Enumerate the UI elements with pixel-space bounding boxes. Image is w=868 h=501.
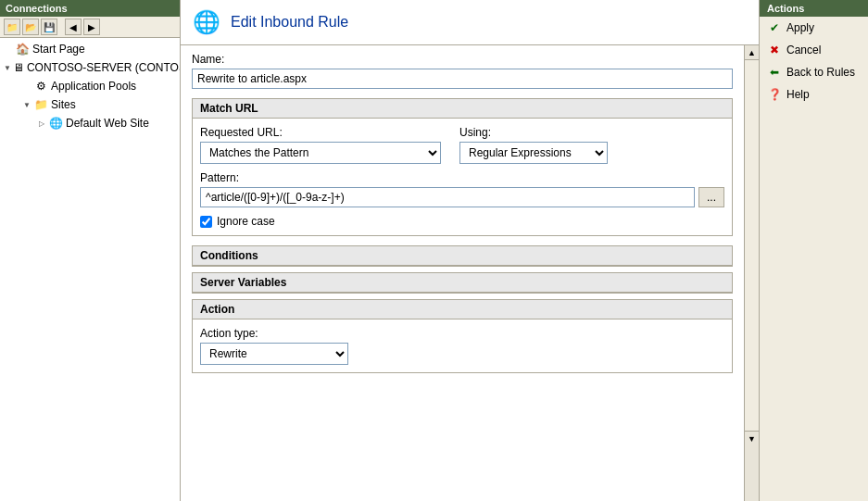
sidebar-header: Connections: [0, 0, 180, 17]
toolbar-btn-forward[interactable]: ▶: [83, 19, 100, 35]
name-label: Name:: [192, 53, 733, 66]
tree-item-contoso[interactable]: ▼ 🖥 CONTOSO-SERVER (CONTOS: [0, 58, 180, 77]
pattern-input[interactable]: [200, 187, 695, 207]
action-section: Action Action type: Rewrite Redirect Cus…: [192, 299, 733, 373]
tree-item-app-pools[interactable]: ⚙ Application Pools: [0, 77, 180, 95]
toolbar-btn-1[interactable]: 📁: [4, 19, 20, 35]
requested-url-col: Requested URL: Matches the Pattern: [200, 126, 441, 164]
cancel-label: Cancel: [786, 44, 821, 56]
page-title: Edit Inbound Rule: [231, 14, 348, 31]
match-url-title: Match URL: [193, 99, 732, 119]
ignore-case-label: Ignore case: [217, 215, 275, 228]
cancel-icon: ✖: [767, 43, 782, 57]
back-to-rules-label: Back to Rules: [786, 66, 855, 79]
conditions-title: Conditions: [193, 246, 732, 266]
scroll-down-btn[interactable]: ▼: [745, 431, 759, 445]
url-form-row: Requested URL: Matches the Pattern Using…: [200, 126, 724, 164]
tree-item-label: Start Page: [32, 43, 85, 56]
name-input[interactable]: [192, 69, 733, 89]
match-url-section: Match URL Requested URL: Matches the Pat…: [192, 98, 733, 236]
tree-arrow-contoso: ▼: [4, 63, 11, 72]
start-page-icon: 🏠: [15, 42, 30, 56]
sites-icon: 📁: [33, 97, 48, 112]
app-pools-icon: ⚙: [33, 79, 48, 94]
action-type-col: Action type: Rewrite Redirect Custom Res…: [200, 327, 724, 365]
using-select[interactable]: Regular Expressions: [459, 142, 608, 164]
scrollbar[interactable]: ▲ ▼: [744, 45, 759, 501]
tree-item-default-web-site[interactable]: ▷ 🌐 Default Web Site: [0, 114, 180, 132]
using-label: Using:: [459, 126, 608, 139]
server-variables-title: Server Variables: [193, 273, 732, 293]
back-to-rules-action[interactable]: ⬅ Back to Rules: [760, 61, 868, 83]
toolbar-btn-2[interactable]: 📂: [22, 19, 39, 35]
tree-arrow-app-pools: [22, 81, 31, 91]
tree-item-start-page[interactable]: 🏠 Start Page: [0, 40, 180, 58]
default-web-site-icon: 🌐: [48, 116, 63, 131]
scrollable-area: Name: Match URL Requested URL: Matches t…: [181, 45, 744, 501]
toolbar-btn-3[interactable]: 💾: [41, 19, 57, 35]
conditions-section: Conditions: [192, 245, 733, 267]
scroll-up-btn[interactable]: ▲: [745, 45, 759, 60]
main-content: 🌐 Edit Inbound Rule Name: Match URL Requ…: [181, 0, 759, 501]
sidebar-tree: 🏠 Start Page ▼ 🖥 CONTOSO-SERVER (CONTOS …: [0, 38, 180, 501]
sidebar: Connections 📁 📂 💾 ◀ ▶ 🏠 Start Page ▼ 🖥 C…: [0, 0, 181, 501]
tree-arrow: [4, 44, 13, 54]
help-label: Help: [786, 88, 810, 101]
test-pattern-button[interactable]: ...: [698, 187, 724, 207]
pattern-row: ...: [200, 187, 724, 207]
action-title: Action: [193, 300, 732, 319]
requested-url-select[interactable]: Matches the Pattern: [200, 142, 441, 164]
actions-header: Actions: [760, 0, 868, 17]
action-content: Action type: Rewrite Redirect Custom Res…: [193, 319, 732, 372]
using-col: Using: Regular Expressions: [459, 126, 608, 164]
tree-arrow-default-web-site: ▷: [37, 119, 46, 128]
pattern-label: Pattern:: [200, 171, 724, 184]
tree-item-contoso-label: CONTOSO-SERVER (CONTOS: [27, 61, 180, 74]
apply-icon: ✔: [767, 20, 782, 35]
action-type-select[interactable]: Rewrite Redirect Custom Response AbortRe…: [200, 343, 348, 365]
tree-item-default-web-site-label: Default Web Site: [66, 117, 149, 130]
toolbar-btn-back[interactable]: ◀: [65, 19, 82, 35]
server-variables-section: Server Variables: [192, 272, 733, 294]
ignore-case-checkbox[interactable]: [200, 216, 212, 228]
apply-label: Apply: [786, 21, 814, 34]
help-icon: ❓: [767, 87, 782, 102]
main-header: 🌐 Edit Inbound Rule: [181, 0, 759, 45]
main-header-icon: 🌐: [192, 7, 221, 37]
action-type-label: Action type:: [200, 327, 724, 340]
apply-action[interactable]: ✔ Apply: [760, 17, 868, 39]
pattern-section: Pattern: ...: [200, 171, 724, 207]
name-section: Name:: [192, 53, 733, 89]
tree-item-sites-label: Sites: [51, 98, 76, 111]
main-with-scroll: Name: Match URL Requested URL: Matches t…: [181, 45, 759, 501]
tree-item-sites[interactable]: ▼ 📁 Sites: [0, 95, 180, 114]
tree-arrow-sites: ▼: [22, 100, 31, 109]
help-action[interactable]: ❓ Help: [760, 83, 868, 106]
contoso-icon: 🖥: [13, 60, 24, 75]
actions-panel: Actions ✔ Apply ✖ Cancel ⬅ Back to Rules…: [759, 0, 868, 501]
tree-item-app-pools-label: Application Pools: [51, 80, 136, 93]
match-url-content: Requested URL: Matches the Pattern Using…: [193, 119, 732, 235]
requested-url-label: Requested URL:: [200, 126, 441, 139]
cancel-action[interactable]: ✖ Cancel: [760, 39, 868, 61]
sidebar-toolbar: 📁 📂 💾 ◀ ▶: [0, 17, 180, 38]
ignore-case-row: Ignore case: [200, 215, 724, 228]
back-icon: ⬅: [767, 65, 782, 80]
